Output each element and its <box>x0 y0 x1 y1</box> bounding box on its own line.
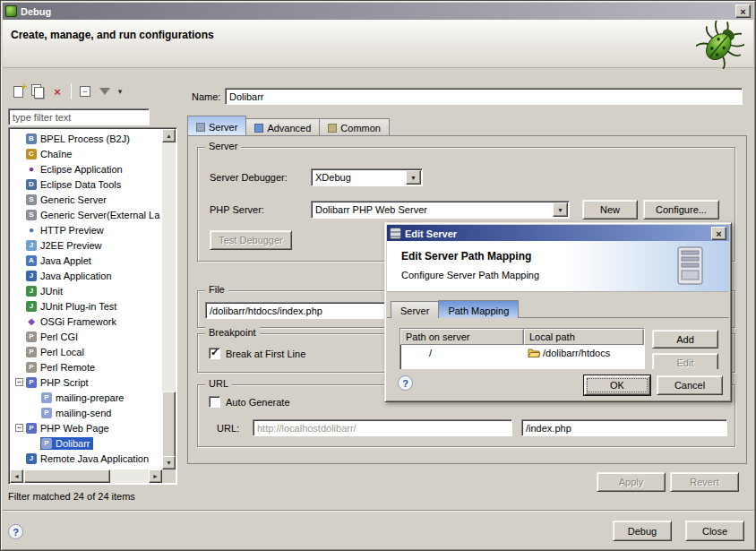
tree-item-eclipse-data-tools[interactable]: DEclipse Data Tools <box>11 176 162 192</box>
dialog-footer: ? OK Cancel <box>387 369 729 400</box>
path-mapping-panel: Path on server Local path / /dolibarr/ht… <box>387 317 729 369</box>
tab-server[interactable]: Server <box>187 116 246 135</box>
name-input[interactable] <box>225 88 743 105</box>
add-mapping-button[interactable]: Add <box>652 330 718 349</box>
apply-button[interactable]: Apply <box>597 472 666 492</box>
debug-button[interactable]: Debug <box>613 521 672 541</box>
tree-item-label: Eclipse Application <box>40 164 123 175</box>
tab-server[interactable]: Server <box>391 301 439 318</box>
tree-item-label: JUnit Plug-in Test <box>40 301 116 312</box>
filter-input[interactable] <box>8 108 150 125</box>
config-tree: BBPEL Process (B2J)CChaîne●Eclipse Appli… <box>11 130 162 469</box>
tree-item-label: Eclipse Data Tools <box>40 179 121 190</box>
dialog-title: Edit Server <box>405 228 711 239</box>
delete-icon[interactable]: × <box>47 82 67 101</box>
php-file-icon: P <box>41 392 52 403</box>
column-local-path[interactable]: Local path <box>524 329 644 345</box>
server-group-legend: Server <box>205 141 241 151</box>
tree-item-junit[interactable]: JJUnit <box>11 283 162 298</box>
php-server-select[interactable]: Dolibarr PHP Web Server ▼ <box>311 201 570 219</box>
dialog-header: Edit Server Path Mapping Configure Serve… <box>387 241 729 292</box>
tree-item-j2ee-preview[interactable]: JJ2EE Preview <box>11 237 162 253</box>
scroll-down-icon[interactable]: ▼ <box>162 456 176 469</box>
tree-item-generic-server-external-la[interactable]: SGeneric Server(External La <box>11 207 162 222</box>
tree-item-label: OSGi Framework <box>40 316 116 327</box>
new-sparkle-glyph: + <box>21 82 27 91</box>
tree-item-mailing-send[interactable]: Pmailing-send <box>11 405 162 420</box>
collapse-expander-icon[interactable]: − <box>15 424 23 432</box>
dialog-titlebar[interactable]: Edit Server × <box>387 225 729 242</box>
tree-item-mailing-prepare[interactable]: Pmailing-prepare <box>11 390 162 405</box>
tree-item-osgi-framework[interactable]: ◆OSGi Framework <box>11 314 162 329</box>
table-header: Path on server Local path <box>400 329 644 345</box>
tree-item-php-web-page[interactable]: −PPHP Web Page <box>11 420 162 435</box>
debug-configurations-window: Debug × Create, manage, and run configur… <box>0 0 756 551</box>
table-row[interactable]: / /dolibarr/htdocs <box>400 345 644 361</box>
scroll-up-icon[interactable]: ▲ <box>162 129 176 142</box>
cancel-button[interactable]: Cancel <box>657 375 723 395</box>
close-button[interactable]: Close <box>685 521 744 541</box>
test-debugger-button[interactable]: Test Debugger <box>210 230 292 250</box>
revert-button[interactable]: Revert <box>670 472 739 492</box>
bug-icon <box>696 21 744 69</box>
break-first-line-checkbox[interactable] <box>209 348 220 359</box>
tree-item-dolibarr[interactable]: PDolibarr <box>11 435 162 451</box>
launch-toolbar: + × − ▾ <box>8 81 178 102</box>
help-icon[interactable]: ? <box>8 524 23 539</box>
chevron-down-icon[interactable]: ▼ <box>553 202 568 217</box>
vertical-scrollbar-thumb[interactable] <box>162 392 176 458</box>
tree-item-http-preview[interactable]: ●HTTP Preview <box>11 222 162 237</box>
menu-arrow-icon[interactable]: ▾ <box>115 82 125 101</box>
tree-vertical-scrollbar[interactable]: ▲ ▼ <box>162 129 176 469</box>
collapse-all-icon[interactable]: − <box>75 82 95 101</box>
tree-item-java-applet[interactable]: AJava Applet <box>11 253 162 268</box>
tree-item-perl-cgi[interactable]: PPerl CGI <box>11 329 162 344</box>
tree-item-java-application[interactable]: JJava Application <box>11 268 162 283</box>
server-icon <box>675 245 706 287</box>
close-icon[interactable]: × <box>711 227 726 240</box>
tree-item-perl-local[interactable]: PPerl Local <box>11 344 162 359</box>
scroll-left-icon[interactable]: ◄ <box>10 469 23 483</box>
duplicate-icon[interactable] <box>28 82 47 101</box>
tree-item-generic-server[interactable]: SGeneric Server <box>11 192 162 207</box>
tree-item-php-script[interactable]: −PPHP Script <box>11 375 162 390</box>
configure-server-button[interactable]: Configure... <box>643 200 719 220</box>
path-on-server-cell: / <box>400 348 524 358</box>
edit-server-dialog: Edit Server × Edit Server Path Mapping C… <box>384 222 732 402</box>
perl-icon: P <box>26 347 37 357</box>
tree-item-perl-remote[interactable]: PPerl Remote <box>11 359 162 375</box>
server-debugger-select[interactable]: XDebug ▼ <box>311 168 423 186</box>
server-debugger-value: XDebug <box>315 172 351 183</box>
edit-mapping-button[interactable]: Edit <box>652 353 718 369</box>
horizontal-scrollbar-thumb[interactable] <box>24 469 110 483</box>
tree-item-eclipse-application[interactable]: ●Eclipse Application <box>11 161 162 176</box>
tab-path-mapping[interactable]: Path Mapping <box>438 300 519 318</box>
tree-item-label: Generic Server(External La <box>40 210 159 220</box>
column-path-on-server[interactable]: Path on server <box>400 329 524 345</box>
auto-generate-checkbox[interactable] <box>209 396 220 408</box>
tree-horizontal-scrollbar[interactable]: ◄ ► <box>10 469 162 483</box>
local-path-value: /dolibarr/htdocs <box>543 348 610 358</box>
new-server-button[interactable]: New <box>582 200 638 220</box>
filter-icon[interactable] <box>95 82 115 101</box>
tree-item-label: Java Application <box>40 271 112 281</box>
tree-item-cha-ne[interactable]: CChaîne <box>11 146 162 161</box>
tree-item-bpel-process-b2j[interactable]: BBPEL Process (B2J) <box>11 131 162 146</box>
new-configuration-icon[interactable]: + <box>8 82 28 101</box>
ok-button[interactable]: OK <box>584 375 650 395</box>
close-icon[interactable]: × <box>735 4 751 18</box>
tab-advanced[interactable]: Advanced <box>245 118 320 135</box>
chevron-down-icon[interactable]: ▼ <box>406 170 421 185</box>
tree-item-remote-java-application[interactable]: JRemote Java Application <box>11 451 162 466</box>
scroll-right-icon[interactable]: ► <box>149 469 162 483</box>
path-mapping-table[interactable]: Path on server Local path / /dolibarr/ht… <box>399 328 645 369</box>
collapse-expander-icon[interactable]: − <box>15 378 23 386</box>
eclipse-application-icon: ● <box>26 164 37 175</box>
osgi-icon: ◆ <box>26 316 37 327</box>
tab-common[interactable]: Common <box>319 118 390 135</box>
window-titlebar[interactable]: Debug × <box>3 3 753 20</box>
tree-item-junit-plug-in-test[interactable]: JJUnit Plug-in Test <box>11 298 162 314</box>
url-path-input[interactable] <box>521 419 727 436</box>
help-icon[interactable]: ? <box>398 375 413 391</box>
java-applet-icon: A <box>26 255 37 266</box>
